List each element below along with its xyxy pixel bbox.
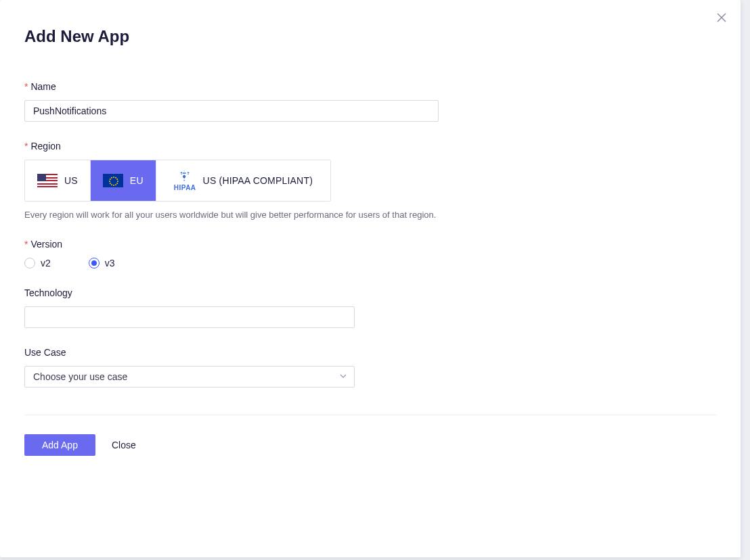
hipaa-tag: HIPAA <box>174 185 196 191</box>
region-option-label: US (HIPAA COMPLIANT) <box>203 175 313 186</box>
name-label: * Name <box>24 81 716 92</box>
label-text: Use Case <box>24 347 66 358</box>
radio-indicator <box>24 258 35 269</box>
hipaa-icon: HIPAA <box>174 170 196 191</box>
field-version: * Version v2 v3 <box>24 239 716 269</box>
region-label: * Region <box>24 141 716 151</box>
field-region: * Region US EU <box>24 141 716 220</box>
close-button[interactable]: Close <box>112 440 136 450</box>
technology-label: Technology <box>24 287 716 298</box>
field-name: * Name <box>24 81 716 122</box>
field-technology: Technology <box>24 287 716 328</box>
eu-flag-icon <box>103 174 123 187</box>
region-option-label: EU <box>130 175 144 186</box>
required-asterisk: * <box>24 81 28 92</box>
close-icon[interactable] <box>715 11 728 24</box>
label-text: Technology <box>24 287 72 298</box>
label-text: Version <box>30 239 62 250</box>
add-new-app-modal: Add New App * Name * Region US <box>0 0 741 557</box>
select-placeholder: Choose your use case <box>33 371 127 382</box>
version-radio-v2[interactable]: v2 <box>24 258 51 269</box>
radio-indicator <box>89 258 100 269</box>
region-helper-text: Every region will work for all your user… <box>24 210 716 220</box>
radio-label: v2 <box>41 258 51 269</box>
us-flag-icon <box>37 174 58 187</box>
required-asterisk: * <box>24 141 28 151</box>
page-title: Add New App <box>24 27 716 46</box>
region-segmented-control: US EU HIPAA US (HIP <box>24 160 331 202</box>
region-option-hipaa[interactable]: HIPAA US (HIPAA COMPLIANT) <box>156 160 330 201</box>
field-use-case: Use Case Choose your use case <box>24 347 716 388</box>
version-radio-v3[interactable]: v3 <box>89 258 115 269</box>
add-app-button[interactable]: Add App <box>24 434 95 456</box>
radio-label: v3 <box>105 258 115 269</box>
divider <box>24 415 716 415</box>
region-option-eu[interactable]: EU <box>90 160 156 201</box>
version-radio-group: v2 v3 <box>24 258 716 269</box>
name-input[interactable] <box>24 100 439 122</box>
use-case-select[interactable]: Choose your use case <box>24 366 355 388</box>
use-case-label: Use Case <box>24 347 716 358</box>
region-option-label: US <box>64 175 78 186</box>
modal-footer: Add App Close <box>24 434 716 456</box>
required-asterisk: * <box>24 239 28 250</box>
technology-input[interactable] <box>24 306 355 328</box>
version-label: * Version <box>24 239 716 250</box>
region-option-us[interactable]: US <box>25 160 90 201</box>
label-text: Region <box>30 141 60 151</box>
label-text: Name <box>30 81 56 92</box>
chevron-down-icon <box>339 371 347 382</box>
